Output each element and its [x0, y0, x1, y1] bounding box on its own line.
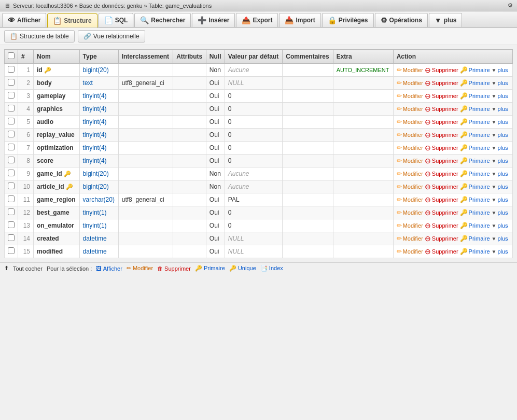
- delete-link[interactable]: ⊖ Supprimer: [425, 170, 458, 178]
- row-checkbox[interactable]: [5, 193, 18, 206]
- more-link[interactable]: ▼ plus: [492, 235, 508, 242]
- structure-table-btn[interactable]: 📋 Structure de table: [4, 30, 75, 43]
- modify-link[interactable]: ✏ Modifier: [397, 170, 423, 177]
- row-checkbox[interactable]: [5, 64, 18, 77]
- more-link[interactable]: ▼ plus: [492, 67, 508, 73]
- more-link[interactable]: ▼ plus: [492, 158, 508, 164]
- row-select-checkbox[interactable]: [8, 170, 15, 176]
- delete-link[interactable]: ⊖ Supprimer: [425, 247, 458, 256]
- row-select-checkbox[interactable]: [8, 118, 15, 124]
- delete-link[interactable]: ⊖ Supprimer: [425, 105, 458, 113]
- row-select-checkbox[interactable]: [8, 79, 15, 86]
- modify-link[interactable]: ✏ Modifier: [397, 183, 423, 190]
- primary-link[interactable]: 🔑 Primaire: [460, 144, 490, 151]
- tab-sql[interactable]: 📄 SQL: [99, 13, 134, 27]
- row-checkbox[interactable]: [5, 77, 18, 90]
- more-link[interactable]: ▼ plus: [492, 93, 508, 99]
- delete-link[interactable]: ⊖ Supprimer: [425, 221, 458, 230]
- bottom-supprimer[interactable]: 🗑 Supprimer: [157, 265, 191, 272]
- more-link[interactable]: ▼ plus: [492, 145, 508, 151]
- row-select-checkbox[interactable]: [8, 157, 15, 163]
- delete-link[interactable]: ⊖ Supprimer: [425, 79, 458, 87]
- primary-link[interactable]: 🔑 Primaire: [460, 118, 490, 125]
- delete-link[interactable]: ⊖ Supprimer: [425, 234, 458, 243]
- bottom-index[interactable]: 📑 Index: [260, 265, 283, 272]
- delete-link[interactable]: ⊖ Supprimer: [425, 131, 458, 139]
- row-select-checkbox[interactable]: [8, 208, 15, 215]
- row-checkbox[interactable]: [5, 90, 18, 103]
- more-link[interactable]: ▼ plus: [492, 80, 508, 86]
- tab-privileges[interactable]: 🔒 Privilèges: [322, 13, 374, 27]
- modify-link[interactable]: ✏ Modifier: [397, 92, 423, 100]
- bottom-unique[interactable]: 🔑 Unique: [229, 265, 256, 272]
- row-checkbox[interactable]: [5, 129, 18, 142]
- tab-rechercher[interactable]: 🔍 Rechercher: [134, 13, 191, 27]
- modify-link[interactable]: ✏ Modifier: [397, 222, 423, 229]
- tab-plus[interactable]: ▼ plus: [429, 13, 463, 27]
- row-checkbox[interactable]: [5, 167, 18, 180]
- modify-link[interactable]: ✏ Modifier: [397, 144, 423, 151]
- primary-link[interactable]: 🔑 Primaire: [460, 222, 490, 229]
- delete-link[interactable]: ⊖ Supprimer: [425, 66, 458, 74]
- delete-link[interactable]: ⊖ Supprimer: [425, 183, 458, 191]
- row-checkbox[interactable]: [5, 142, 18, 155]
- tab-afficher[interactable]: 👁 Afficher: [2, 13, 46, 27]
- vue-relationnelle-btn[interactable]: 🔗 Vue relationnelle: [78, 30, 145, 43]
- row-select-checkbox[interactable]: [8, 105, 15, 111]
- primary-link[interactable]: 🔑 Primaire: [460, 170, 490, 177]
- primary-link[interactable]: 🔑 Primaire: [460, 157, 490, 164]
- more-link[interactable]: ▼ plus: [492, 132, 508, 138]
- bottom-afficher[interactable]: 🖼 Afficher: [96, 265, 122, 272]
- primary-link[interactable]: 🔑 Primaire: [460, 209, 490, 216]
- modify-link[interactable]: ✏ Modifier: [397, 105, 423, 113]
- delete-link[interactable]: ⊖ Supprimer: [425, 195, 458, 204]
- primary-link[interactable]: 🔑 Primaire: [460, 183, 490, 190]
- primary-link[interactable]: 🔑 Primaire: [460, 131, 490, 138]
- tab-import[interactable]: 📥 Import: [279, 13, 320, 27]
- row-checkbox[interactable]: [5, 180, 18, 193]
- modify-link[interactable]: ✏ Modifier: [397, 248, 423, 255]
- settings-icon[interactable]: ⚙: [508, 2, 513, 9]
- row-checkbox[interactable]: [5, 219, 18, 232]
- primary-link[interactable]: 🔑 Primaire: [460, 196, 490, 203]
- row-select-checkbox[interactable]: [8, 66, 15, 73]
- more-link[interactable]: ▼ plus: [492, 184, 508, 190]
- more-link[interactable]: ▼ plus: [492, 222, 508, 229]
- primary-link[interactable]: 🔑 Primaire: [460, 248, 490, 255]
- row-checkbox[interactable]: [5, 245, 18, 258]
- row-checkbox[interactable]: [5, 116, 18, 129]
- tab-structure[interactable]: 📋 Structure: [47, 13, 97, 27]
- primary-link[interactable]: 🔑 Primaire: [460, 66, 490, 74]
- primary-link[interactable]: 🔑 Primaire: [460, 92, 490, 100]
- modify-link[interactable]: ✏ Modifier: [397, 118, 423, 125]
- more-link[interactable]: ▼ plus: [492, 171, 508, 177]
- row-checkbox[interactable]: [5, 103, 18, 116]
- more-link[interactable]: ▼ plus: [492, 248, 508, 255]
- tab-inserer[interactable]: ➕ Insérer: [192, 13, 235, 27]
- primary-link[interactable]: 🔑 Primaire: [460, 105, 490, 113]
- delete-link[interactable]: ⊖ Supprimer: [425, 208, 458, 217]
- delete-link[interactable]: ⊖ Supprimer: [425, 92, 458, 100]
- select-all-checkbox[interactable]: [8, 52, 15, 59]
- row-select-checkbox[interactable]: [8, 234, 15, 241]
- row-select-checkbox[interactable]: [8, 183, 15, 189]
- tab-export[interactable]: 📤 Export: [236, 13, 278, 27]
- row-select-checkbox[interactable]: [8, 92, 15, 99]
- row-select-checkbox[interactable]: [8, 247, 15, 254]
- row-select-checkbox[interactable]: [8, 221, 15, 228]
- modify-link[interactable]: ✏ Modifier: [397, 79, 423, 87]
- bottom-primaire[interactable]: 🔑 Primaire: [195, 265, 225, 272]
- delete-link[interactable]: ⊖ Supprimer: [425, 144, 458, 152]
- row-checkbox[interactable]: [5, 232, 18, 245]
- more-link[interactable]: ▼ plus: [492, 106, 508, 112]
- modify-link[interactable]: ✏ Modifier: [397, 157, 423, 164]
- modify-link[interactable]: ✏ Modifier: [397, 196, 423, 203]
- row-checkbox[interactable]: [5, 206, 18, 219]
- bottom-modifier[interactable]: ✏ Modifier: [127, 265, 153, 272]
- more-link[interactable]: ▼ plus: [492, 197, 508, 203]
- row-select-checkbox[interactable]: [8, 195, 15, 202]
- modify-link[interactable]: ✏ Modifier: [397, 209, 423, 216]
- row-select-checkbox[interactable]: [8, 131, 15, 137]
- row-checkbox[interactable]: [5, 155, 18, 167]
- delete-link[interactable]: ⊖ Supprimer: [425, 157, 458, 165]
